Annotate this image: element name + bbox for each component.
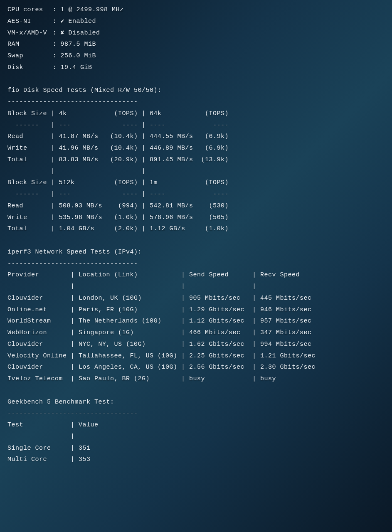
ram-label: RAM: [7, 39, 49, 50]
fio-data-row: Total | 1.04 GB/s (2.0k) | 1.12 GB/s (1.…: [7, 223, 385, 235]
gb-header-row: Test | Value: [7, 419, 385, 431]
iperf-title: iperf3 Network Speed Tests (IPv4):: [7, 246, 385, 258]
fio-data-row: Write | 535.98 MB/s (1.0k) | 578.96 MB/s…: [7, 212, 385, 224]
check-icon: ✔: [61, 16, 65, 27]
iperf-data-row: WebHorizon | Singapore (1G) | 466 Mbits/…: [7, 327, 385, 339]
vmx-value: Disabled: [69, 30, 100, 37]
aes-ni-label: AES-NI: [7, 16, 49, 27]
fio-data-row: Total | 83.83 MB/s (20.9k) | 891.45 MB/s…: [7, 154, 385, 166]
cross-icon: ✘: [61, 27, 65, 39]
geekbench-title: Geekbench 5 Benchmark Test:: [7, 397, 385, 408]
gb-single-row: Single Core | 351: [7, 443, 385, 454]
disk-label: Disk: [7, 62, 49, 74]
iperf-header-row: Provider | Location (Link) | Send Speed …: [7, 269, 385, 281]
iperf-data-row: Clouvider | London, UK (10G) | 905 Mbits…: [7, 293, 385, 304]
fio-title: fio Disk Speed Tests (Mixed R/W 50/50):: [7, 85, 385, 96]
iperf-data-row: Clouvider | Los Angeles, CA, US (10G) | …: [7, 362, 385, 373]
cpu-cores-value: 1 @ 2499.998 MHz: [61, 6, 124, 13]
swap-value: 256.0 MiB: [61, 52, 96, 59]
vmx-row: VM-x/AMD-V : ✘ Disabled: [7, 27, 385, 39]
cpu-cores-row: CPU cores : 1 @ 2499.998 MHz: [7, 4, 385, 16]
fio-subdash-row: ------ | --- ---- | ---- ----: [7, 120, 385, 131]
fio-gap-row: | |: [7, 166, 385, 177]
aes-ni-value: Enabled: [69, 18, 96, 25]
fio-data-row: Write | 41.96 MB/s (10.4k) | 446.89 MB/s…: [7, 143, 385, 154]
fio-dashes: ---------------------------------: [7, 96, 385, 108]
swap-label: Swap: [7, 50, 49, 62]
cpu-cores-label: CPU cores: [7, 4, 49, 16]
ram-value: 987.5 MiB: [61, 41, 96, 48]
fio-data-row: Read | 41.87 MB/s (10.4k) | 444.55 MB/s …: [7, 131, 385, 143]
iperf-data-row: WorldStream | The Netherlands (10G) | 1.…: [7, 315, 385, 327]
swap-row: Swap : 256.0 MiB: [7, 50, 385, 62]
ram-row: RAM : 987.5 MiB: [7, 39, 385, 50]
disk-row: Disk : 19.4 GiB: [7, 62, 385, 74]
iperf-dashes: ---------------------------------: [7, 258, 385, 270]
vmx-label: VM-x/AMD-V: [7, 27, 49, 39]
gb-blank-row: |: [7, 431, 385, 443]
aes-ni-row: AES-NI : ✔ Enabled: [7, 16, 385, 27]
iperf-data-row: Online.net | Paris, FR (10G) | 1.29 Gbit…: [7, 304, 385, 316]
fio-header-row: Block Size | 512k (IOPS) | 1m (IOPS): [7, 177, 385, 189]
fio-data-row: Read | 508.93 MB/s (994) | 542.81 MB/s (…: [7, 200, 385, 212]
iperf-blank-row: | | |: [7, 281, 385, 293]
gb-multi-row: Multi Core | 353: [7, 454, 385, 466]
iperf-data-row: Iveloz Telecom | Sao Paulo, BR (2G) | bu…: [7, 373, 385, 385]
iperf-data-row: Velocity Online | Tallahassee, FL, US (1…: [7, 350, 385, 362]
geekbench-dashes: ---------------------------------: [7, 408, 385, 419]
disk-value: 19.4 GiB: [61, 64, 92, 71]
fio-subdash-row: ------ | --- ---- | ---- ----: [7, 189, 385, 200]
fio-header-row: Block Size | 4k (IOPS) | 64k (IOPS): [7, 108, 385, 120]
iperf-data-row: Clouvider | NYC, NY, US (10G) | 1.62 Gbi…: [7, 339, 385, 350]
